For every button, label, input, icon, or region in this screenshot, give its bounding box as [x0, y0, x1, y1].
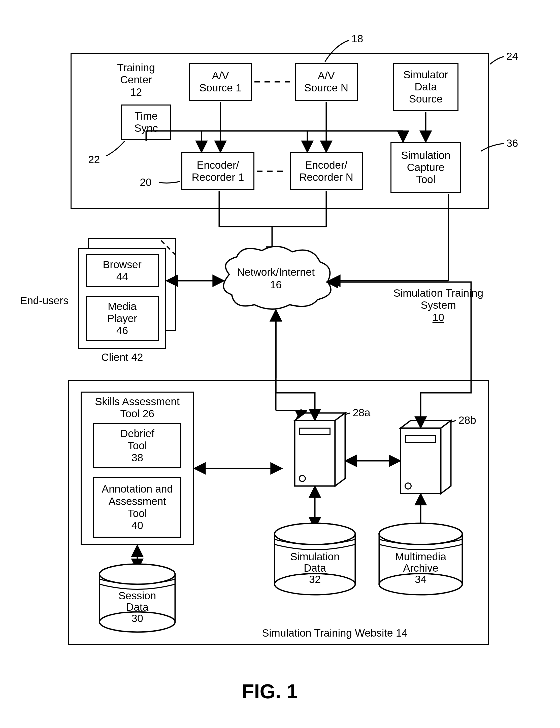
ref-24: 24 [506, 50, 518, 62]
ref-28a: 28a [353, 407, 370, 419]
ref-28b: 28b [458, 414, 476, 426]
av-source-1: A/V Source 1 [189, 63, 252, 101]
diagram-canvas: Training Center 12 A/V Source 1 A/V Sour… [0, 0, 560, 728]
ref-20: 20 [140, 176, 152, 188]
encoder-recorder-1: Encoder/ Recorder 1 [181, 152, 254, 190]
cloud-text-1: Network/Internet [237, 266, 315, 278]
time-sync: Time Sync [121, 105, 171, 140]
client-title: Client 42 [78, 351, 166, 364]
encoder-recorder-n: Encoder/ Recorder N [290, 152, 363, 190]
av-source-n: A/V Source N [295, 63, 358, 101]
training-center-title: Training Center 12 [103, 62, 169, 98]
ref-36: 36 [506, 137, 518, 149]
figure-label: FIG. 1 [242, 680, 298, 703]
end-users-label: End-users [20, 295, 76, 307]
annotation-assessment-tool: Annotation and Assessment Tool 40 [93, 477, 181, 538]
client-media-player: Media Player 46 [86, 296, 159, 341]
debrief-tool: Debrief Tool 38 [93, 423, 181, 468]
system-label: Simulation Training System 10 [385, 287, 491, 324]
website-title: Simulation Training Website 14 [262, 627, 453, 639]
client-browser: Browser 44 [86, 254, 159, 287]
simulator-data-source: Simulator Data Source [393, 63, 458, 111]
cloud-text-2: 16 [270, 279, 282, 291]
ref-18: 18 [351, 33, 363, 45]
ref-22: 22 [88, 154, 100, 166]
network-cloud: Network/Internet 16 [223, 247, 331, 309]
simulation-capture-tool: Simulation Capture Tool [390, 142, 461, 193]
